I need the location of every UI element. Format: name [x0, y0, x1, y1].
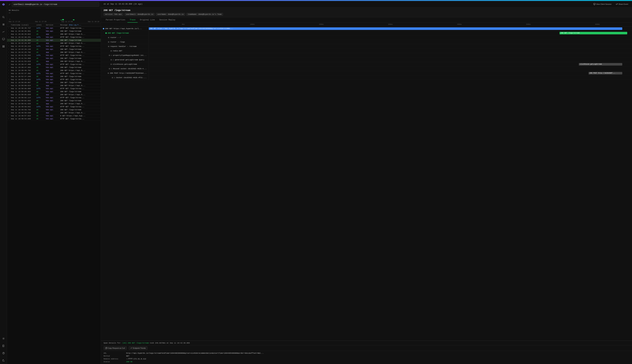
span-actions: Copy Request as Curl Endpoint Trends — [101, 346, 632, 351]
table-row[interactable]: > Sep 11 18:52:37.392 info hdx-api HTTP … — [7, 72, 101, 75]
row-message: HTTP GET /logs/strea... — [60, 97, 100, 99]
table-row[interactable]: > Sep 11 19:39:46.762 ok app 200 GET htt… — [7, 69, 101, 72]
row-message: 200 GET /logs/stream — [60, 109, 100, 111]
row-level: info — [36, 72, 46, 74]
trace-bar: 200 GET /logs/stream — [559, 32, 627, 34]
table-row[interactable]: > Sep 11 18:50:01.626 ok app 200 GET htt… — [7, 102, 101, 105]
trace-bar-area — [149, 44, 632, 48]
svg-point-14 — [3, 338, 4, 339]
row-level: info — [36, 78, 46, 80]
sidebar-monitor-icon[interactable] — [1, 37, 6, 41]
trace-row[interactable]: ☐ generated getLogStream Query — [101, 58, 632, 62]
table-row[interactable]: > Sep 11 18:49:59.638 ok app 200 GET htt… — [7, 111, 101, 114]
sidebar-logo[interactable] — [1, 2, 6, 7]
table-row[interactable]: > Sep 11 18:50:02.032 ok hdx-api 200 GET… — [7, 99, 101, 102]
tab-trace[interactable]: Trace — [127, 18, 138, 22]
table-row[interactable]: > Sep 11 18:50:05.963 ok hdx-api 200 GET… — [7, 90, 101, 93]
endpoint-trends-button[interactable]: Endpoint Trends — [129, 346, 147, 350]
tab-original-line[interactable]: Original Line — [138, 18, 157, 22]
trace-label-text: 200 POST http://a52b206f701844a4... — [110, 72, 147, 74]
row-timestamp: Sep 11 18:50:09.967 — [11, 82, 36, 84]
sidebar-settings-icon[interactable] — [1, 336, 6, 341]
trace-bar-area: 200 POST http://a52b206f... — [149, 71, 632, 75]
trace-bar: 200 POST http://a52b206f... — [588, 72, 622, 74]
trace-timeline-header: 0ms100ms200ms300ms400ms500ms600ms — [101, 22, 632, 26]
table-row[interactable]: > Sep 11 18:49:59.842 info hdx-api HTTP … — [7, 105, 101, 108]
table-row[interactable]: > Sep 11 19:39:47.468 info hdx-api HTTP … — [7, 63, 101, 66]
row-level: ok — [36, 39, 46, 41]
trace-dot — [108, 46, 109, 47]
sidebar-search-icon[interactable] — [1, 15, 6, 20]
table-row[interactable]: > Sep 11 18:50:05.620 ok app 200 GET htt… — [7, 93, 101, 96]
col-timestamp-header[interactable]: Timestamp (Local) — [11, 24, 36, 26]
trace-row[interactable]: ☐ propertyTypeMappingsModel ini... — [101, 53, 632, 58]
trace-row[interactable]: request handler - /stream — [101, 44, 632, 49]
trace-row[interactable]: 200 GET /logs/stream 200 GET /logs/strea… — [101, 31, 632, 35]
trace-label: ☐ propertyTypeMappingsModel ini... — [101, 53, 149, 58]
trace-row[interactable]: redis-GET — [101, 49, 632, 53]
trace-row[interactable]: 200 GET https://api.hyperdx.io/l... 200 … — [101, 26, 632, 31]
search-input[interactable] — [12, 2, 99, 7]
table-row[interactable]: > Sep 11 19:42:30.251 info hdx-api HTTP … — [7, 36, 101, 39]
table-row[interactable]: > Sep 11 19:42:26.136 ok hdx-api 200 GET… — [7, 48, 101, 51]
view-session-button[interactable]: View Client Session — [592, 2, 613, 6]
table-row[interactable]: > Sep 11 19:42:26.215 info hdx-api HTTP … — [7, 45, 101, 48]
sidebar-help-icon[interactable] — [1, 351, 6, 356]
col-level-header[interactable]: Level — [36, 24, 46, 26]
row-timestamp: Sep 11 19:42:30.251 — [11, 36, 36, 38]
sidebar-list-icon[interactable] — [1, 22, 6, 27]
trace-row[interactable]: ☐ Socket cbcd25d2-462b-4f21-... — [101, 76, 632, 80]
col-service-header[interactable]: Service — [46, 24, 60, 26]
sidebar-grid-icon[interactable] — [1, 44, 6, 49]
svg-point-2 — [3, 16, 4, 18]
table-row[interactable]: > Sep 11 18:50:10.012 info hdx-api HTTP … — [7, 78, 101, 81]
table-row[interactable]: > Sep 11 19:41:53.615 ok app 200 GET htt… — [7, 60, 101, 63]
show-log-props-link[interactable]: Show Log P... — [69, 24, 81, 26]
row-expand-icon: > — [8, 79, 11, 80]
table-row[interactable]: > Sep 11 18:49:57.623 ok hdx-api 0 GET h… — [7, 114, 101, 118]
trace-row[interactable]: router - / — [101, 35, 632, 40]
trace-label-text: router - / — [110, 36, 121, 38]
table-row[interactable]: > Sep 11 19:46:35.727 info hdx-api HTTP … — [7, 27, 101, 30]
row-timestamp: Sep 11 18:50:09.624 — [11, 85, 36, 86]
sidebar-book-icon[interactable] — [1, 344, 6, 348]
row-service: hdx-api — [46, 115, 60, 117]
sidebar-back-icon[interactable] — [1, 358, 6, 363]
trace-row[interactable]: clickhouse.getLogStream clickhouse.getLo… — [101, 62, 632, 66]
table-row[interactable]: > Sep 11 18:52:37.340 ok hdx-api 200 GET… — [7, 75, 101, 78]
expand-icon[interactable]: ⤢ — [9, 3, 11, 6]
table-row[interactable]: > Sep 11 19:42:29.497 ok app 200 GET htt… — [7, 42, 101, 45]
share-event-button[interactable]: Share Event — [615, 2, 629, 6]
table-row[interactable]: > Sep 11 18:50:09.967 ok hdx-api 200 GET… — [7, 81, 101, 84]
row-expand-icon: > — [8, 88, 11, 90]
trace-label-text: clickhouse.getLogStream — [113, 63, 137, 65]
trace-label-col-header — [101, 22, 149, 26]
copy-request-curl-button[interactable]: Copy Request as Curl — [104, 346, 127, 350]
table-row[interactable]: > Sep 11 19:42:25.782 ok app 200 GET htt… — [7, 51, 101, 54]
trace-dot — [105, 32, 107, 34]
table-row[interactable]: > Sep 11 18:50:02.114 info hdx-api HTTP … — [7, 96, 101, 99]
row-timestamp: Sep 11 18:50:02.114 — [11, 97, 36, 99]
col-message-header[interactable]: Message Show Log P... — [60, 24, 100, 26]
tab-parsed-properties[interactable]: Parsed Properties — [104, 18, 127, 22]
row-expand-icon: > — [8, 73, 11, 74]
table-row[interactable]: > Sep 11 18:49:54.046 ok hdx-api HTTP GE… — [7, 118, 101, 120]
event-title: 200 GET /logs/stream — [104, 9, 629, 12]
table-row[interactable]: > Sep 11 18:50:09.624 ok app 200 GET htt… — [7, 84, 101, 87]
table-row[interactable]: > Sep 11 19:42:30.009 ok hdx-api 200 GET… — [7, 39, 101, 42]
table-row[interactable]: > Sep 11 19:39:47.303 ok hdx-api 200 GET… — [7, 66, 101, 69]
trace-row[interactable]: router - /logs — [101, 40, 632, 44]
trace-row[interactable]: ☐ Reused socket cbcd25d2-462b-4... — [101, 66, 632, 71]
trace-bar-area — [149, 49, 632, 53]
table-row[interactable]: > Sep 11 18:49:59.793 ok hdx-api 200 GET… — [7, 108, 101, 111]
table-row[interactable]: > Sep 11 19:46:35.022 ok app 200 GET htt… — [7, 33, 101, 36]
table-row[interactable]: > Sep 11 19:41:54.968 ok hdx-api 200 GET… — [7, 57, 101, 60]
table-row[interactable]: > Sep 11 19:46:35.561 ok hdx-api 200 GET… — [7, 30, 101, 33]
search-bar: ⤢ — [7, 1, 101, 8]
trace-row[interactable]: 200 POST http://a52b206f701844a4... 200 … — [101, 71, 632, 76]
table-row[interactable]: > Sep 11 19:41:55.542 info hdx-api HTTP … — [7, 54, 101, 57]
trace-label-text: ☐ generated getLogStream Query — [113, 59, 144, 61]
sidebar-chart-icon[interactable] — [1, 30, 6, 34]
table-row[interactable]: > Sep 11 18:50:06.006 info hdx-api HTTP … — [7, 87, 101, 90]
tab-session-replay[interactable]: Session Replay — [157, 18, 178, 22]
